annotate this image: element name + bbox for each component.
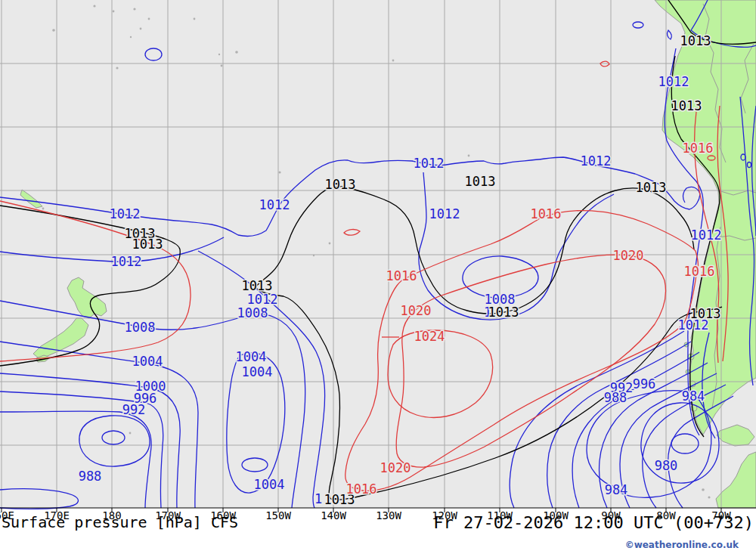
contour-label: 988 [79,469,102,484]
contour-label: 984 [605,482,628,497]
contour-label: 1008 [125,320,156,335]
contour-label: 1013 [242,278,273,293]
contour-label: 1004 [132,354,163,369]
contour-label: 980 [655,458,678,473]
contour-label: 1012 [259,197,290,212]
axis-tick-label: 140W [321,509,346,522]
contour-label: 1013 [488,305,519,320]
contour-label: 1020 [380,460,411,475]
contour-label: 1004 [242,364,273,379]
contour-label: 1020 [401,303,432,318]
contour-label: 1016 [346,481,377,497]
contour-label: 1013 [680,33,711,48]
contour-label: 1012 [247,292,278,307]
contour-label: 1016 [684,264,715,279]
contour-label: 1004 [254,477,285,492]
contour-label: 1013 [671,98,702,113]
contour-label: 1012 [658,74,689,89]
contour-label: 1013 [636,180,667,195]
contour-label: 1016 [386,268,417,283]
contour-label: 1012 [110,206,141,221]
contour-label: 992 [122,402,146,417]
surface-pressure-map: 160E170E180170W160W150W140W130W120W110W1… [0,0,756,554]
contour-label: 984 [682,388,705,404]
contour-label: 1016 [683,141,714,156]
contour-label: 1008 [237,305,268,320]
map-title: Surface pressure [hPa] CFS [2,513,238,531]
axis-tick-label: 130W [376,509,401,522]
contour-label: 1016 [531,206,562,221]
contour-label: 1004 [236,349,267,364]
contour-label: 1013 [465,174,496,189]
map-valid-time: Fr 27-02-2026 12:00 UTC (00+732) [433,513,754,532]
contour-label: 1 [314,491,322,506]
copyright-link[interactable]: ©weatheronline.co.uk [625,540,739,550]
contour-label: 1012 [111,254,142,269]
contour-label: 1012 [691,227,722,243]
contour-label: 1012 [414,156,445,171]
contour-label: 1012 [429,206,460,221]
contour-label: 1013 [132,237,163,252]
weather-map-page: 160E170E180170W160W150W140W130W120W110W1… [0,0,756,554]
contour-label: 1013 [325,177,356,192]
contour-label: 988 [604,390,627,405]
contour-label: 1024 [414,329,445,344]
contour-label: 996 [633,376,656,392]
axis-tick-label: 150W [265,509,291,522]
contour-label: 1020 [613,248,644,263]
contour-label: 1012 [581,153,612,169]
contour-label: 1013 [690,306,721,321]
